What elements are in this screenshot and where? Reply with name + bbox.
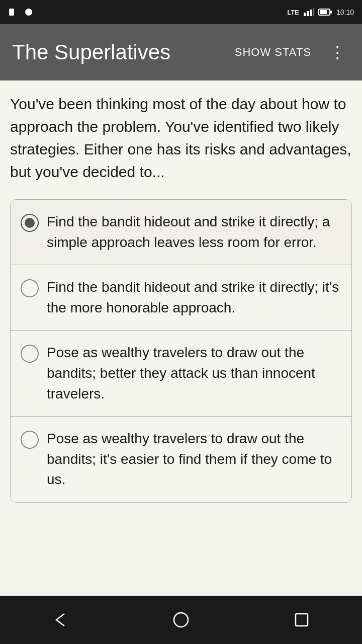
choice-text-1: Find the bandit hideout and strike it di… — [47, 212, 341, 253]
svg-point-1 — [25, 9, 32, 16]
choice-text-4: Pose as wealthy travelers to draw out th… — [47, 429, 341, 490]
choice-item-3[interactable]: Pose as wealthy travelers to draw out th… — [11, 331, 351, 417]
svg-rect-2 — [304, 13, 306, 16]
radio-button-4[interactable] — [21, 431, 39, 449]
notification-icon — [8, 8, 19, 17]
home-button[interactable] — [161, 600, 201, 640]
radio-button-3[interactable] — [21, 345, 39, 363]
choice-item-4[interactable]: Pose as wealthy travelers to draw out th… — [11, 417, 351, 502]
choices-container: Find the bandit hideout and strike it di… — [10, 199, 352, 503]
status-bar-left-icons — [8, 8, 34, 17]
radio-button-1[interactable] — [21, 214, 39, 232]
choice-item-1[interactable]: Find the bandit hideout and strike it di… — [11, 200, 351, 265]
overflow-menu-button[interactable]: ⋮ — [325, 40, 350, 64]
recent-icon — [292, 610, 312, 630]
radio-inner-1 — [25, 218, 35, 228]
android-icon — [23, 8, 34, 17]
svg-rect-7 — [330, 11, 332, 14]
show-stats-button[interactable]: SHOW STATS — [229, 42, 317, 63]
svg-rect-0 — [9, 9, 14, 16]
radio-button-2[interactable] — [21, 279, 39, 297]
svg-point-9 — [174, 613, 188, 627]
back-button[interactable] — [40, 600, 80, 640]
time-display: 10:10 — [336, 8, 354, 16]
back-icon — [50, 610, 70, 630]
main-content: You've been thinking most of the day abo… — [0, 80, 362, 596]
home-icon — [171, 610, 191, 630]
status-bar-right-icons: LTE 10:10 — [287, 8, 354, 17]
network-type: LTE — [287, 9, 299, 16]
choice-text-3: Pose as wealthy travelers to draw out th… — [47, 343, 341, 404]
recent-apps-button[interactable] — [282, 600, 322, 640]
svg-rect-10 — [296, 614, 308, 626]
svg-rect-5 — [313, 8, 314, 16]
status-bar: LTE 10:10 — [0, 0, 362, 24]
signal-icon — [303, 8, 314, 17]
app-title: The Superlatives — [12, 40, 229, 64]
svg-rect-3 — [307, 11, 309, 16]
choice-text-2: Find the bandit hideout and strike it di… — [47, 277, 341, 318]
bottom-nav — [0, 596, 362, 644]
battery-icon — [318, 8, 332, 17]
svg-rect-4 — [310, 10, 312, 16]
choice-item-2[interactable]: Find the bandit hideout and strike it di… — [11, 265, 351, 331]
app-bar: The Superlatives SHOW STATS ⋮ — [0, 24, 362, 80]
svg-rect-8 — [320, 10, 327, 14]
story-text: You've been thinking most of the day abo… — [10, 93, 352, 183]
